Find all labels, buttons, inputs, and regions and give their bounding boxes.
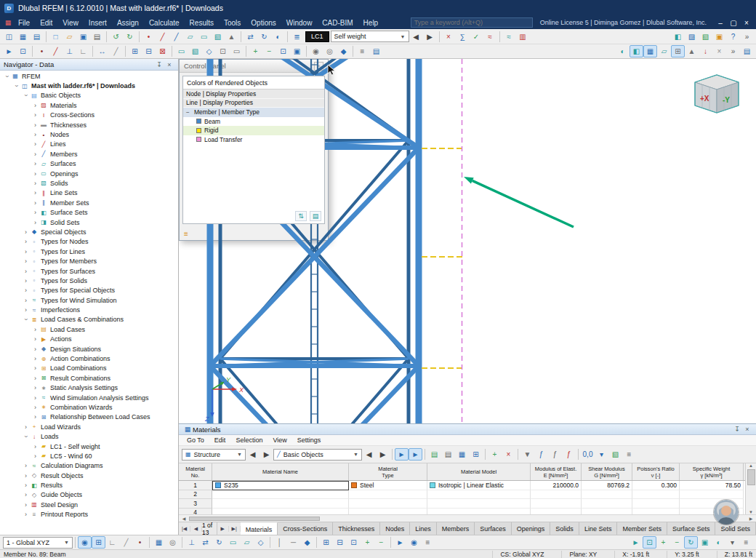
tree-item-materials[interactable]: ›▨Materials (0, 100, 178, 110)
expander-icon[interactable]: › (22, 462, 30, 469)
tree-item-openings[interactable]: ›▭Openings (0, 169, 178, 178)
expander-icon[interactable]: › (22, 482, 30, 489)
materials-menu-view[interactable]: View (268, 437, 291, 444)
tree-item-surfaces[interactable]: ›▱Surfaces (0, 159, 178, 169)
col-header-material[interactable]: MaterialNo. (179, 463, 212, 480)
table-row[interactable]: 3 (179, 499, 745, 509)
tab-lines[interactable]: Lines (410, 522, 437, 535)
tree-item-imperfections[interactable]: ›≈Imperfections (0, 305, 178, 314)
menu-view[interactable]: View (57, 18, 84, 28)
coordinate-system-select[interactable]: 1 - Global XYZ ▼ (3, 537, 73, 549)
zoom-in-icon[interactable]: + (249, 45, 262, 57)
col-header-material-model[interactable]: Material Model (427, 463, 531, 480)
hscroll-thumb[interactable] (189, 517, 320, 521)
expander-icon[interactable]: › (31, 394, 39, 402)
tree-item-load-cases[interactable]: ›▤Load Cases (0, 324, 178, 334)
expander-icon[interactable]: › (23, 92, 30, 100)
panel-menu-icon[interactable]: ≡ (739, 536, 753, 549)
plane-xz-icon[interactable]: ⊡ (347, 536, 361, 549)
redo-icon[interactable]: ↻ (123, 31, 137, 43)
tree-item-result-combinations[interactable]: ›⊠Result Combinations (0, 373, 178, 383)
select-window-icon[interactable]: ⊡ (16, 45, 30, 57)
orbit-mode-icon[interactable]: ↻ (684, 536, 698, 549)
title-bar[interactable]: D Dlubal RFEM | 6.12.0010 | Mast with la… (0, 0, 756, 16)
tree-item-mast-with-ladder-rf6-downloads[interactable]: ›◫Mast with ladder.rf6* | Downloads (0, 81, 178, 90)
col-header-poisson-s-ratio[interactable]: Poisson's Ratioν [-] (632, 463, 680, 480)
scroll-right-icon[interactable]: ▶ (746, 516, 756, 521)
tree-item-nodes[interactable]: ›•Nodes (0, 129, 178, 139)
tree-item-types-for-lines[interactable]: ›▫Types for Lines (0, 247, 178, 256)
expander-icon[interactable]: › (31, 355, 39, 362)
tree-item-lc1-self-weight[interactable]: ›▰LC1 - Self weight (0, 442, 178, 451)
select-arrow-icon[interactable]: ► (2, 45, 16, 57)
close-icon[interactable]: × (740, 17, 753, 28)
filter-table-icon[interactable]: ▼ (520, 448, 534, 461)
previous-view-icon[interactable]: ◐ (712, 536, 725, 549)
expander-icon[interactable]: › (31, 180, 39, 187)
snap-toggle-icon[interactable]: ◉ (78, 536, 92, 549)
menu-calculate[interactable]: Calculate (144, 18, 185, 28)
display-navigator-icon[interactable]: ≡ (355, 45, 369, 57)
close-table-icon[interactable]: × (742, 426, 752, 433)
select-cells-mode-icon[interactable]: ► (409, 448, 422, 461)
snap-surface-icon[interactable]: ▱ (240, 536, 254, 549)
guideline-icon[interactable]: ╱ (109, 45, 123, 57)
zoom-all-icon[interactable]: ▣ (290, 45, 304, 57)
search-input[interactable] (411, 17, 533, 28)
horizontal-guide-icon[interactable]: ─ (286, 536, 300, 549)
table-row[interactable]: 2 (179, 490, 745, 500)
tree-item-design-situations[interactable]: ›◆Design Situations (0, 344, 178, 354)
tree-item-types-for-wind-simulation[interactable]: ›≈Types for Wind Simulation (0, 295, 178, 305)
tab-member-sets[interactable]: Member Sets (617, 522, 667, 535)
save-model-icon[interactable]: ▣ (76, 31, 90, 43)
tree-item-relationship-between-load-cases[interactable]: ›⊞Relationship Between Load Cases (0, 412, 178, 422)
tab-openings[interactable]: Openings (512, 522, 551, 535)
tab-thicknesses[interactable]: Thicknesses (333, 522, 380, 535)
menu-options[interactable]: Options (246, 18, 281, 28)
user-views-icon[interactable]: ▤ (369, 45, 383, 57)
front-view-icon[interactable]: ▭ (230, 45, 244, 57)
load-case-select[interactable]: Self weight ▼ (331, 31, 409, 42)
pick-mode-icon[interactable]: ► (393, 536, 407, 549)
tree-item-wind-simulation-analysis-settings[interactable]: ›≈Wind Simulation Analysis Settings (0, 393, 178, 402)
expander-icon[interactable]: › (22, 472, 30, 479)
new-model-icon[interactable]: □ (49, 31, 63, 43)
perpendicular-icon[interactable]: ⊥ (63, 45, 76, 57)
menu-edit[interactable]: Edit (35, 18, 57, 28)
tree-item-types-for-nodes[interactable]: ›▫Types for Nodes (0, 237, 178, 247)
expander-icon[interactable]: › (31, 364, 39, 372)
tab-cross-sections[interactable]: Cross-Sections (278, 522, 333, 535)
tab-materials[interactable]: Materials (241, 522, 278, 535)
navigation-cube[interactable]: +X -Y (695, 75, 739, 113)
move-copy-icon[interactable]: ⇄ (244, 31, 257, 43)
expander-icon[interactable]: › (22, 258, 30, 265)
navigator-toggle-icon[interactable]: ◫ (2, 31, 16, 43)
legend-row-rigid[interactable]: Rigid (183, 126, 324, 135)
expander-icon[interactable]: › (31, 413, 39, 421)
previous-table-icon[interactable]: ◀ (362, 448, 376, 461)
plus-grid-icon[interactable]: + (361, 536, 374, 549)
dimension-icon[interactable]: ↔ (95, 45, 109, 57)
clipping-box-icon[interactable]: ◎ (323, 45, 337, 57)
expander-icon[interactable]: › (22, 268, 30, 275)
expander-icon[interactable]: › (31, 131, 39, 138)
ortho-toggle-icon[interactable]: ∟ (105, 536, 119, 549)
pin-panel-icon[interactable]: ↧ (154, 61, 164, 68)
render-mode-icon[interactable]: ◧ (671, 31, 685, 43)
tab-line-sets[interactable]: Line Sets (579, 522, 618, 535)
vertical-scrollbar[interactable]: ▲ ▼ (745, 463, 756, 514)
expander-icon[interactable]: › (31, 219, 39, 226)
tree-item-members[interactable]: ›╱Members (0, 149, 178, 159)
visibility-icon[interactable]: ◉ (309, 45, 323, 57)
function-fx-icon[interactable]: ƒ (534, 448, 548, 461)
snap-parallel-icon[interactable]: ⇄ (198, 536, 212, 549)
materials-menu-selection[interactable]: Selection (230, 437, 268, 444)
expander-icon[interactable]: › (31, 404, 39, 411)
col-header-modulus-of-elast[interactable]: Modulus of Elast.E [N/mm²] (531, 463, 582, 480)
last-table-button[interactable]: ▶| (229, 526, 241, 532)
expander-icon[interactable]: › (31, 151, 39, 158)
menu-tools[interactable]: Tools (219, 18, 246, 28)
legend-row-beam[interactable]: Beam (183, 117, 324, 127)
expander-icon[interactable]: › (22, 238, 30, 245)
expander-icon[interactable]: › (31, 326, 39, 333)
